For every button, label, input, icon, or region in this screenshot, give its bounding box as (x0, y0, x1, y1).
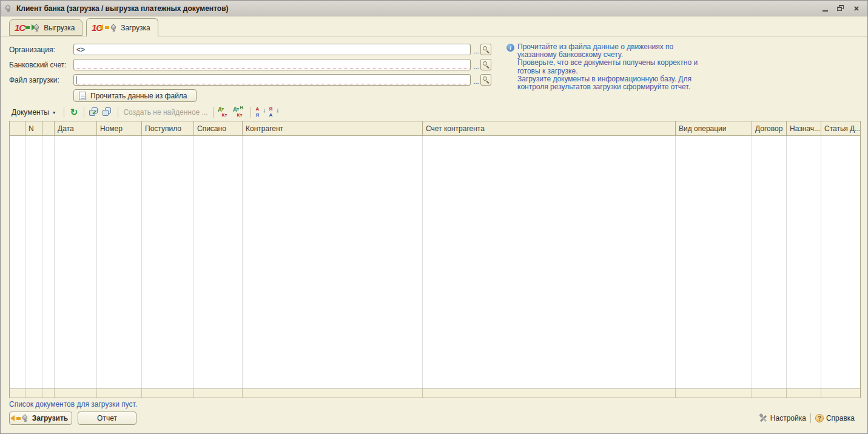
toolbar-separator (251, 107, 251, 118)
toolbar-separator (213, 107, 214, 118)
load-file-label: Файл загрузки: (9, 76, 59, 84)
load-file-select-button[interactable]: ... (472, 74, 480, 86)
restore-icon (837, 5, 844, 12)
table-column (243, 136, 423, 388)
1c-export-icon: 1С (15, 22, 40, 33)
documents-menu-button[interactable]: Документы ▼ (9, 107, 59, 118)
question-icon: ? (815, 414, 824, 422)
table-column (821, 136, 860, 388)
table-column (55, 136, 97, 388)
magnifier-icon (483, 76, 490, 83)
tab-label: Выгрузка (44, 24, 75, 32)
organization-input[interactable] (73, 44, 471, 55)
toolbar-separator (64, 107, 64, 118)
footer-cell (194, 389, 243, 398)
table-column (10, 136, 25, 388)
documents-menu-label: Документы (12, 108, 49, 117)
table-header: N Дата Номер Поступило Списано Контраген… (10, 121, 860, 136)
dt-label: Дт (218, 107, 224, 112)
table-column (423, 136, 676, 388)
column-header-date[interactable]: Дата (55, 121, 97, 135)
column-header-contract[interactable]: Договор (752, 121, 787, 135)
column-header-written-off[interactable]: Списано (194, 121, 243, 135)
magnifier-icon (483, 46, 490, 53)
table-column (25, 136, 42, 388)
documents-table: N Дата Номер Поступило Списано Контраген… (9, 121, 861, 398)
read-file-button-label: Прочитать данные из файла (90, 92, 187, 100)
table-column (752, 136, 787, 388)
arrow-down-icon: ↓ (263, 107, 266, 112)
tools-icon (759, 414, 768, 423)
toolbar-separator (84, 107, 84, 118)
report-button[interactable]: Отчет (78, 412, 136, 425)
settings-label: Настройка (770, 414, 806, 422)
help-text: Прочитайте из файла данные о движениях п… (517, 43, 778, 91)
column-header-flag[interactable] (10, 121, 25, 135)
footer-cell (142, 389, 194, 398)
info-icon: i (506, 44, 514, 52)
footer-cell (243, 389, 423, 398)
column-header-cashflow-item[interactable]: Статья Д... (821, 121, 860, 135)
organization-open-button[interactable] (480, 44, 491, 55)
column-header-operation-type[interactable]: Вид операции (676, 121, 752, 135)
corner-separator (810, 413, 811, 423)
create-not-found-button[interactable]: Создать не найденное ... (123, 108, 207, 117)
load-button-label: Загрузить (32, 414, 68, 422)
magnifier-icon (483, 61, 490, 68)
minimize-icon (823, 10, 828, 12)
column-header-purpose[interactable]: Назнач... (787, 121, 821, 135)
toolbar-separator (118, 107, 118, 118)
column-header-counterparty[interactable]: Контрагент (243, 121, 423, 135)
table-column (676, 136, 752, 388)
chevron-down-icon: ▼ (52, 110, 56, 115)
sort-ascending-button[interactable]: А Я ↓ (256, 107, 266, 118)
close-button[interactable]: × (852, 4, 861, 13)
refresh-button[interactable]: ↻ (69, 107, 79, 117)
column-header-received[interactable]: Поступило (142, 121, 194, 135)
footer-cell (821, 389, 860, 398)
organization-select-button[interactable]: ... (472, 44, 480, 55)
1c-import-icon: 1С (92, 22, 117, 33)
bank-client-window: Клиент банка (загрузка / выгрузка платеж… (0, 0, 868, 434)
tab-vygruzka[interactable]: 1С Выгрузка (9, 19, 82, 36)
required-underline (75, 84, 469, 84)
organization-label: Организация: (9, 46, 55, 54)
load-file-open-button[interactable] (480, 74, 491, 86)
column-header-icon[interactable] (42, 121, 55, 135)
sort-descending-button[interactable]: Я А ↓ (269, 107, 280, 118)
corner-actions: Настройка ? Справка (759, 412, 855, 425)
kt-label: Кт (237, 113, 243, 118)
required-underline (75, 69, 469, 69)
restore-button[interactable] (836, 4, 846, 13)
footer-cell (42, 389, 55, 398)
help-label: Справка (826, 414, 855, 422)
dt-kt-button[interactable]: Дт Кт (218, 107, 230, 118)
uncheck-all-button[interactable] (103, 107, 113, 117)
footer-cell (752, 389, 787, 398)
tab-zagruzka[interactable]: 1С Загрузка (86, 18, 158, 36)
check-all-button[interactable]: ✓ (89, 107, 99, 117)
footer-cell (55, 389, 97, 398)
n-superscript: Н (240, 106, 243, 110)
dt-label: Дт (234, 107, 240, 112)
column-header-number[interactable]: Номер (97, 121, 142, 135)
minimize-button[interactable] (820, 4, 830, 13)
arrow-down-icon: ↓ (276, 107, 280, 112)
footer-cell (423, 389, 676, 398)
table-column (42, 136, 55, 388)
tab-label: Загрузка (121, 24, 150, 32)
status-text: Список документов для загрузки пуст. (9, 400, 137, 409)
read-file-button[interactable]: Прочитать данные из файла (73, 89, 197, 102)
footer-cell (97, 389, 142, 398)
table-toolbar: Документы ▼ ↻ ✓ Создать не найденное ...… (9, 105, 280, 120)
import-arrow-icon (13, 415, 29, 422)
column-header-counterparty-account[interactable]: Счет контрагента (423, 121, 676, 135)
help-button[interactable]: ? Справка (815, 414, 855, 422)
column-header-n[interactable]: N (25, 121, 42, 135)
load-button[interactable]: Загрузить (9, 412, 72, 425)
bank-account-label: Банковский счет: (9, 61, 67, 69)
settings-button[interactable]: Настройка (759, 414, 806, 423)
dt-n-kt-button[interactable]: Дт Н Кт (234, 107, 246, 118)
bank-account-open-button[interactable] (480, 59, 491, 70)
bank-account-select-button[interactable]: ... (472, 59, 480, 70)
